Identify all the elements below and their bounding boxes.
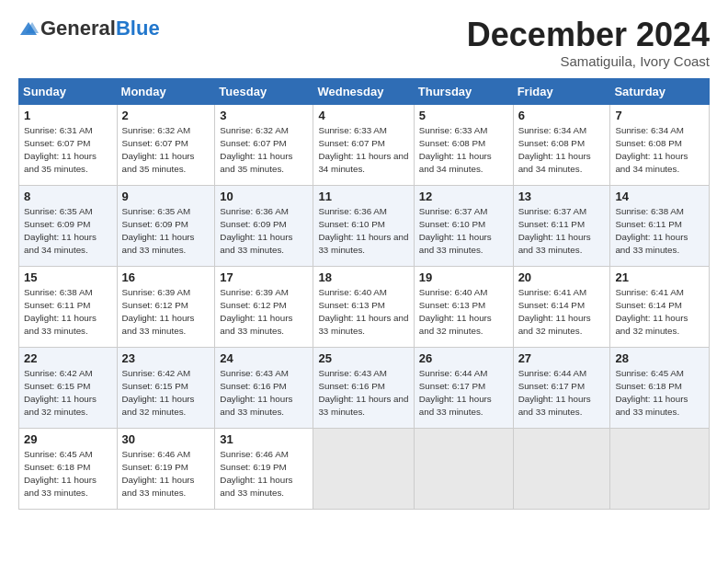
day-detail: Sunrise: 6:34 AMSunset: 6:08 PMDaylight:… [615,124,704,177]
day-detail: Sunrise: 6:41 AMSunset: 6:14 PMDaylight:… [518,286,606,339]
day-detail: Sunrise: 6:32 AMSunset: 6:07 PMDaylight:… [122,124,210,177]
col-friday: Friday [513,78,610,104]
location: Samatiguila, Ivory Coast [467,53,710,69]
day-detail: Sunrise: 6:42 AMSunset: 6:15 PMDaylight:… [24,367,112,419]
table-row: 7Sunrise: 6:34 AMSunset: 6:08 PMDaylight… [610,104,710,185]
table-row: 31Sunrise: 6:46 AMSunset: 6:19 PMDayligh… [215,428,313,509]
day-detail: Sunrise: 6:37 AMSunset: 6:11 PMDaylight:… [518,205,606,258]
day-detail: Sunrise: 6:38 AMSunset: 6:11 PMDaylight:… [615,205,704,258]
page-header: GeneralBlue December 2024 Samatiguila, I… [18,17,710,69]
day-number: 11 [318,190,408,203]
table-row: 11Sunrise: 6:36 AMSunset: 6:10 PMDayligh… [313,185,414,266]
day-number: 23 [122,351,210,365]
day-number: 25 [318,351,408,365]
table-row: 9Sunrise: 6:35 AMSunset: 6:09 PMDaylight… [117,185,215,266]
day-number: 22 [24,351,112,365]
day-number: 16 [122,270,210,284]
table-row: 21Sunrise: 6:41 AMSunset: 6:14 PMDayligh… [610,266,710,347]
month-title: December 2024 [467,17,710,53]
day-detail: Sunrise: 6:35 AMSunset: 6:09 PMDaylight:… [122,205,210,258]
day-number: 12 [419,190,508,203]
day-detail: Sunrise: 6:38 AMSunset: 6:11 PMDaylight:… [24,286,112,339]
table-row: 10Sunrise: 6:36 AMSunset: 6:09 PMDayligh… [215,185,313,266]
table-row [610,428,710,509]
day-detail: Sunrise: 6:36 AMSunset: 6:09 PMDaylight:… [220,205,308,258]
day-number: 3 [220,109,308,122]
day-number: 18 [318,270,408,284]
calendar-week-row: 1Sunrise: 6:31 AMSunset: 6:07 PMDaylight… [19,104,710,185]
day-number: 15 [24,270,112,284]
day-detail: Sunrise: 6:45 AMSunset: 6:18 PMDaylight:… [24,448,112,500]
day-number: 14 [615,190,704,203]
table-row: 12Sunrise: 6:37 AMSunset: 6:10 PMDayligh… [414,185,513,266]
table-row: 16Sunrise: 6:39 AMSunset: 6:12 PMDayligh… [117,266,215,347]
table-row: 6Sunrise: 6:34 AMSunset: 6:08 PMDaylight… [513,104,610,185]
table-row: 5Sunrise: 6:33 AMSunset: 6:08 PMDaylight… [414,104,513,185]
table-row [313,428,414,509]
calendar-week-row: 22Sunrise: 6:42 AMSunset: 6:15 PMDayligh… [19,347,710,428]
table-row: 1Sunrise: 6:31 AMSunset: 6:07 PMDaylight… [19,104,118,185]
day-number: 24 [220,351,308,365]
day-number: 5 [419,109,508,122]
calendar-week-row: 8Sunrise: 6:35 AMSunset: 6:09 PMDaylight… [19,185,710,266]
col-wednesday: Wednesday [313,78,414,104]
table-row: 25Sunrise: 6:43 AMSunset: 6:16 PMDayligh… [313,347,414,428]
day-detail: Sunrise: 6:44 AMSunset: 6:17 PMDaylight:… [419,367,508,419]
day-detail: Sunrise: 6:36 AMSunset: 6:10 PMDaylight:… [318,205,408,258]
day-number: 2 [122,109,210,122]
table-row: 18Sunrise: 6:40 AMSunset: 6:13 PMDayligh… [313,266,414,347]
calendar-week-row: 29Sunrise: 6:45 AMSunset: 6:18 PMDayligh… [19,428,710,509]
day-detail: Sunrise: 6:32 AMSunset: 6:07 PMDaylight:… [220,124,308,177]
table-row: 3Sunrise: 6:32 AMSunset: 6:07 PMDaylight… [215,104,313,185]
table-row: 8Sunrise: 6:35 AMSunset: 6:09 PMDaylight… [19,185,118,266]
table-row [414,428,513,509]
table-row: 14Sunrise: 6:38 AMSunset: 6:11 PMDayligh… [610,185,710,266]
day-detail: Sunrise: 6:37 AMSunset: 6:10 PMDaylight:… [419,205,508,258]
table-row [513,428,610,509]
col-monday: Monday [117,78,215,104]
day-number: 13 [518,190,606,203]
day-detail: Sunrise: 6:44 AMSunset: 6:17 PMDaylight:… [518,367,606,419]
calendar-table: Sunday Monday Tuesday Wednesday Thursday… [18,78,710,510]
table-row: 19Sunrise: 6:40 AMSunset: 6:13 PMDayligh… [414,266,513,347]
day-detail: Sunrise: 6:43 AMSunset: 6:16 PMDaylight:… [318,367,408,419]
day-detail: Sunrise: 6:35 AMSunset: 6:09 PMDaylight:… [24,205,112,258]
table-row: 23Sunrise: 6:42 AMSunset: 6:15 PMDayligh… [117,347,215,428]
day-number: 8 [24,190,112,203]
day-number: 21 [615,270,704,284]
table-row: 22Sunrise: 6:42 AMSunset: 6:15 PMDayligh… [19,347,118,428]
day-detail: Sunrise: 6:40 AMSunset: 6:13 PMDaylight:… [419,286,508,339]
table-row: 30Sunrise: 6:46 AMSunset: 6:19 PMDayligh… [117,428,215,509]
logo: GeneralBlue [18,17,160,40]
table-row: 17Sunrise: 6:39 AMSunset: 6:12 PMDayligh… [215,266,313,347]
table-row: 13Sunrise: 6:37 AMSunset: 6:11 PMDayligh… [513,185,610,266]
day-number: 30 [122,432,210,446]
table-row: 24Sunrise: 6:43 AMSunset: 6:16 PMDayligh… [215,347,313,428]
day-detail: Sunrise: 6:42 AMSunset: 6:15 PMDaylight:… [122,367,210,419]
day-number: 10 [220,190,308,203]
day-detail: Sunrise: 6:46 AMSunset: 6:19 PMDaylight:… [122,448,210,500]
day-detail: Sunrise: 6:43 AMSunset: 6:16 PMDaylight:… [220,367,308,419]
day-number: 26 [419,351,508,365]
day-number: 1 [24,109,112,122]
day-detail: Sunrise: 6:39 AMSunset: 6:12 PMDaylight:… [220,286,308,339]
day-number: 20 [518,270,606,284]
table-row: 2Sunrise: 6:32 AMSunset: 6:07 PMDaylight… [117,104,215,185]
day-number: 9 [122,190,210,203]
day-number: 6 [518,109,606,122]
day-detail: Sunrise: 6:33 AMSunset: 6:07 PMDaylight:… [318,124,408,177]
title-block: December 2024 Samatiguila, Ivory Coast [467,17,710,69]
table-row: 26Sunrise: 6:44 AMSunset: 6:17 PMDayligh… [414,347,513,428]
table-row: 27Sunrise: 6:44 AMSunset: 6:17 PMDayligh… [513,347,610,428]
logo-blue: Blue [116,17,160,40]
day-detail: Sunrise: 6:41 AMSunset: 6:14 PMDaylight:… [615,286,704,339]
table-row: 20Sunrise: 6:41 AMSunset: 6:14 PMDayligh… [513,266,610,347]
calendar-header-row: Sunday Monday Tuesday Wednesday Thursday… [19,78,710,104]
col-tuesday: Tuesday [215,78,313,104]
calendar-page: GeneralBlue December 2024 Samatiguila, I… [0,0,728,563]
logo-icon [18,20,39,37]
day-detail: Sunrise: 6:31 AMSunset: 6:07 PMDaylight:… [24,124,112,177]
day-detail: Sunrise: 6:45 AMSunset: 6:18 PMDaylight:… [615,367,704,419]
logo-text: GeneralBlue [40,17,160,40]
day-detail: Sunrise: 6:34 AMSunset: 6:08 PMDaylight:… [518,124,606,177]
